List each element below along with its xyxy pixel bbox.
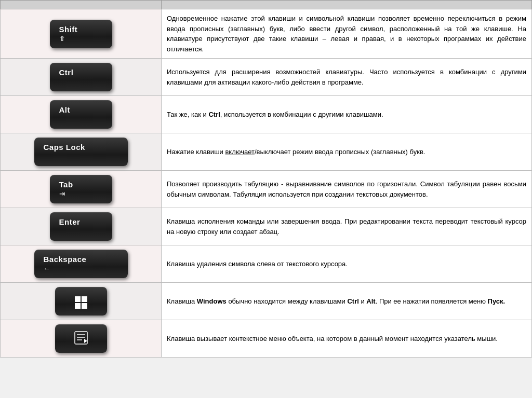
context-menu-icon [64, 331, 98, 345]
key-symbol: ← [44, 265, 118, 272]
svg-rect-0 [75, 296, 81, 302]
description-cell: Клавиша Windows обычно находится между к… [162, 283, 532, 320]
key-cell [1, 320, 162, 358]
key-cell: Caps Lock [1, 133, 162, 171]
key-label: Ctrl [59, 68, 103, 77]
key-button: Backspace← [34, 250, 128, 278]
key-label: Shift [59, 25, 103, 34]
key-cell: Enter [1, 208, 162, 245]
description-cell: Клавиша вызывает контекстное меню объект… [162, 320, 532, 358]
key-cell: Tab⇥ [1, 171, 162, 208]
svg-rect-4 [75, 332, 87, 344]
key-button [55, 287, 107, 315]
key-button: Caps Lock [34, 138, 128, 166]
key-button: Ctrl [50, 63, 112, 91]
key-symbol: ⇧ [59, 35, 103, 43]
description-cell: Одновременное нажатие этой клавиши и сим… [162, 9, 532, 59]
key-button: Alt [50, 100, 112, 129]
key-cell: Ctrl [1, 59, 162, 96]
key-label: Alt [59, 105, 103, 114]
key-label: Tab [59, 180, 103, 189]
key-label: Enter [59, 217, 103, 226]
key-label: Caps Lock [44, 143, 118, 152]
key-label: Backspace [44, 255, 118, 264]
table-row: Caps LockНажатие клавиши включает/выключ… [1, 133, 532, 171]
key-button: Shift⇧ [50, 20, 112, 48]
key-symbol: ⇥ [59, 190, 103, 198]
description-cell: Так же, как и Ctrl, используется в комби… [162, 96, 532, 133]
key-button: Enter [50, 212, 112, 241]
description-cell: Клавиша исполнения команды или завершени… [162, 208, 532, 245]
table-row: CtrlИспользуется для расширения возможно… [1, 59, 532, 96]
header-key-col [1, 1, 162, 9]
table-row: Клавиша вызывает контекстное меню объект… [1, 320, 532, 358]
table-row: EnterКлавиша исполнения команды или заве… [1, 208, 532, 245]
key-button [55, 324, 107, 353]
description-cell: Используется для расширения возможностей… [162, 59, 532, 96]
key-cell: Alt [1, 96, 162, 133]
table-row: Backspace←Клавиша удаления символа слева… [1, 245, 532, 283]
svg-rect-2 [75, 303, 81, 309]
key-cell: Shift⇧ [1, 9, 162, 59]
key-cell [1, 283, 162, 320]
table-row: AltТак же, как и Ctrl, используется в ко… [1, 96, 532, 133]
table-row: Tab⇥Позволяет производить табуляцию - вы… [1, 171, 532, 208]
table-row: Shift⇧Одновременное нажатие этой клавиши… [1, 9, 532, 59]
description-cell: Позволяет производить табуляцию - выравн… [162, 171, 532, 208]
header-action-col [162, 1, 532, 9]
key-button: Tab⇥ [50, 175, 112, 203]
table-row: Клавиша Windows обычно находится между к… [1, 283, 532, 320]
svg-rect-1 [82, 296, 87, 302]
svg-rect-3 [82, 303, 87, 309]
key-cell: Backspace← [1, 245, 162, 283]
description-cell: Клавиша удаления символа слева от тексто… [162, 245, 532, 283]
windows-icon [64, 295, 98, 310]
svg-marker-8 [84, 339, 87, 343]
description-cell: Нажатие клавиши включает/выключает режим… [162, 133, 532, 171]
